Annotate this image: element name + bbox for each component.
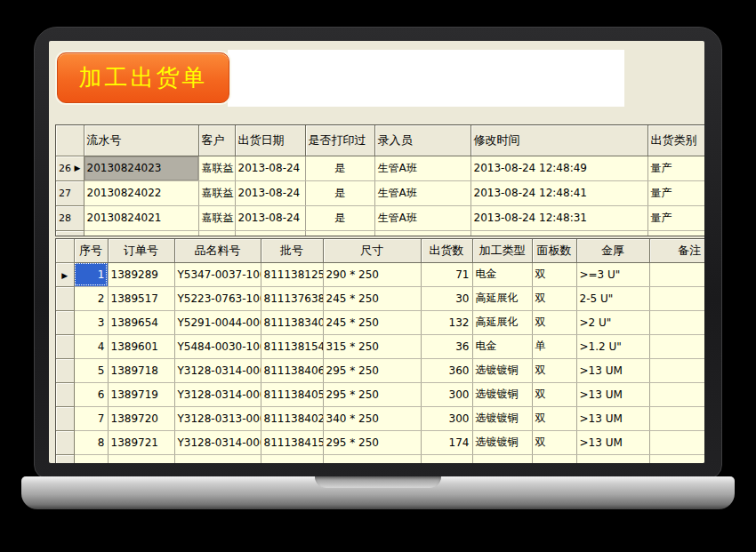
orders-col-category[interactable]: 出货类别 — [647, 125, 704, 156]
cell-batch-no[interactable]: 8111384068 — [261, 358, 323, 382]
cell-serial[interactable]: 20130824021 — [84, 205, 198, 230]
cell-order-no[interactable]: 1389720 — [108, 406, 174, 430]
cell-part-no[interactable]: Y5291-0044-000 — [174, 310, 261, 334]
cell-remark[interactable] — [649, 430, 704, 454]
cell-seq[interactable]: 5 — [74, 358, 108, 382]
cell-size[interactable]: 290 * 250 — [323, 262, 421, 286]
cell-ship-date[interactable]: 2013-08-24 — [235, 205, 305, 230]
cell-gold[interactable]: >1.2 U" — [576, 334, 649, 358]
cell-size[interactable]: 295 * 250 — [323, 358, 421, 382]
row-marker-cell[interactable]: ▶ — [56, 262, 74, 286]
cell-gold[interactable]: >=3 U" — [576, 262, 649, 286]
cell-category[interactable]: 量产 — [647, 205, 704, 230]
cell-seq[interactable]: 6 — [74, 382, 108, 406]
cell-part-no[interactable]: Y3128-0313-000 — [174, 406, 261, 430]
row-marker-cell[interactable] — [56, 382, 74, 406]
orders-select-all-corner[interactable] — [56, 125, 84, 156]
cell-process[interactable]: 选镀镀铜 — [472, 358, 532, 382]
cell-remark[interactable] — [649, 286, 704, 310]
cell-batch-no[interactable]: 8111381256. — [261, 262, 323, 286]
cell-ship-date[interactable]: 2013-08-24 — [235, 156, 305, 180]
cell-batch-no[interactable]: 8111384150 — [261, 430, 323, 454]
cell-seq[interactable]: 4 — [74, 334, 108, 358]
cell-part-no[interactable]: Y3128-0314-000 — [174, 430, 261, 454]
cell-gold[interactable]: 2-5 U" — [576, 286, 649, 310]
cell-panels[interactable]: 双 — [532, 286, 576, 310]
cell-size[interactable]: 295 * 250 — [323, 382, 421, 406]
detail-col-qty[interactable]: 出货数 — [421, 239, 472, 262]
cell-panels[interactable]: 双 — [532, 358, 576, 382]
cell-qty[interactable]: 132 — [421, 310, 472, 334]
detail-col-gold[interactable]: 金厚 — [576, 239, 649, 262]
cell-part-no[interactable]: Y5223-0763-100 — [174, 286, 261, 310]
cell-remark[interactable] — [649, 358, 704, 382]
cell-size[interactable]: 340 * 250 — [323, 406, 421, 430]
cell-process[interactable]: 选镀镀铜 — [472, 382, 532, 406]
cell-remark[interactable] — [649, 334, 704, 358]
cell-process[interactable]: 选镀镀铜 — [472, 406, 532, 430]
cell-part-no[interactable]: Y3128-0314-000 — [174, 382, 261, 406]
orders-col-serial[interactable]: 流水号 — [84, 125, 198, 156]
row-marker-cell[interactable] — [56, 310, 74, 334]
cell-part-no[interactable]: Y3128-0314-000 — [174, 358, 261, 382]
cell-clerk[interactable]: 生管A班 — [374, 180, 470, 205]
cell-batch-no[interactable]: 8111383404 — [261, 310, 323, 334]
cell-gold[interactable]: >2 U" — [576, 310, 649, 334]
detail-col-batch-no[interactable]: 批号 — [261, 239, 323, 262]
cell-seq[interactable]: 7 — [74, 406, 108, 430]
cell-remark[interactable] — [649, 382, 704, 406]
cell-gold[interactable]: >13 UM — [576, 382, 649, 406]
cell-batch-no[interactable]: 8111384059 — [261, 382, 323, 406]
cell-part-no[interactable]: Y5347-0037-100 — [174, 262, 261, 286]
cell-size[interactable]: 315 * 250 — [323, 334, 421, 358]
cell-process[interactable]: 高延展化 — [472, 286, 532, 310]
cell-qty[interactable]: 174 — [421, 430, 472, 454]
detail-col-size[interactable]: 尺寸 — [323, 239, 421, 262]
cell-qty[interactable]: 36 — [421, 334, 472, 358]
row-number-button[interactable]: 26▶ — [56, 156, 84, 180]
orders-col-customer[interactable]: 客户 — [198, 125, 235, 156]
orders-col-ship-date[interactable]: 出货日期 — [235, 125, 305, 156]
cell-order-no[interactable]: 1389654 — [108, 310, 174, 334]
cell-batch-no[interactable]: 8111376383 — [261, 286, 323, 310]
detail-col-remark[interactable]: 备注 — [649, 239, 704, 262]
cell-panels[interactable]: 单 — [532, 334, 576, 358]
cell-panels[interactable]: 双 — [532, 406, 576, 430]
cell-category[interactable]: 量产 — [647, 180, 704, 205]
cell-gold[interactable]: >13 UM — [576, 358, 649, 382]
cell-gold[interactable]: >13 UM — [576, 430, 649, 454]
cell-panels[interactable]: 双 — [532, 430, 576, 454]
detail-col-order-no[interactable]: 订单号 — [108, 239, 174, 262]
cell-qty[interactable]: 71 — [421, 262, 472, 286]
row-marker-cell[interactable] — [56, 406, 74, 430]
cell-batch-no[interactable]: 8111384029 — [261, 406, 323, 430]
row-marker-cell[interactable] — [56, 286, 74, 310]
detail-col-seq[interactable]: 序号 — [74, 239, 108, 262]
orders-col-printed[interactable]: 是否打印过 — [305, 125, 374, 156]
cell-ship-date[interactable]: 2013-08-24 — [235, 180, 305, 205]
cell-order-no[interactable]: 1389289 — [108, 262, 174, 286]
cell-clerk[interactable]: 生管A班 — [374, 156, 470, 180]
orders-col-modified[interactable]: 修改时间 — [470, 125, 647, 156]
cell-panels[interactable]: 双 — [532, 262, 576, 286]
cell-seq[interactable]: 2 — [74, 286, 108, 310]
row-marker-cell[interactable] — [56, 358, 74, 382]
cell-process[interactable]: 选镀镀铜 — [472, 430, 532, 454]
cell-order-no[interactable]: 1389719 — [108, 382, 174, 406]
cell-size[interactable]: 295 * 250 — [323, 430, 421, 454]
cell-seq[interactable]: 8 — [74, 430, 108, 454]
cell-seq[interactable]: 1 — [74, 262, 108, 286]
cell-qty[interactable]: 300 — [421, 406, 472, 430]
cell-batch-no[interactable]: 8111381542 — [261, 334, 323, 358]
row-number-button[interactable]: 28 — [56, 205, 84, 230]
shipment-order-button[interactable]: 加工出货单 — [57, 52, 229, 103]
cell-order-no[interactable]: 1389601 — [108, 334, 174, 358]
detail-col-process[interactable]: 加工类型 — [472, 239, 532, 262]
cell-panels[interactable]: 双 — [532, 382, 576, 406]
cell-size[interactable]: 245 * 250 — [323, 286, 421, 310]
cell-customer[interactable]: 嘉联益 — [198, 156, 235, 180]
cell-panels[interactable]: 双 — [532, 310, 576, 334]
cell-qty[interactable]: 360 — [421, 358, 472, 382]
cell-remark[interactable] — [649, 310, 704, 334]
cell-process[interactable]: 高延展化 — [472, 310, 532, 334]
